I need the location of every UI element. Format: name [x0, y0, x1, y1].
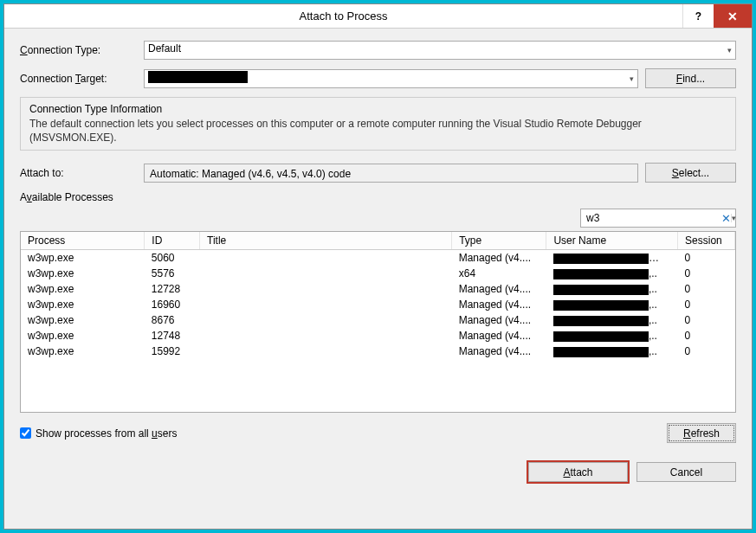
cell-session: 0: [678, 344, 735, 359]
connection-info-title: Connection Type Information: [29, 103, 727, 115]
connection-type-row: Connection Type: Default ▾: [20, 41, 736, 60]
cell-user: ,..: [546, 312, 678, 328]
connection-type-select[interactable]: Default ▾: [144, 41, 736, 60]
attach-to-value: Automatic: Managed (v4.6, v4.5, v4.0) co…: [144, 164, 638, 183]
refresh-button[interactable]: Refresh: [667, 423, 736, 443]
cell-title: [200, 281, 452, 297]
cell-type: x64: [452, 266, 546, 281]
dialog-window: Attach to Process ? ✕ Connection Type: D…: [3, 3, 753, 530]
connection-info-text: The default connection lets you select p…: [29, 117, 727, 144]
connection-target-label: Connection Target:: [20, 73, 137, 85]
cell-user: ,..: [546, 344, 678, 359]
close-button[interactable]: ✕: [714, 4, 752, 28]
cell-process: w3wp.exe: [21, 281, 145, 297]
attach-to-label: Attach to:: [20, 167, 137, 179]
cell-session: 0: [678, 250, 735, 266]
attach-button[interactable]: Attach: [528, 462, 628, 482]
cell-title: [200, 328, 452, 344]
table-row[interactable]: w3wp.exe12748Managed (v4....,..0: [21, 328, 735, 344]
cell-id: 15992: [145, 344, 200, 359]
process-table-container: Process ID Title Type User Name Session …: [20, 231, 736, 413]
col-header-id[interactable]: ID: [145, 232, 200, 250]
cell-title: [200, 266, 452, 281]
col-header-title[interactable]: Title: [200, 232, 452, 250]
col-header-session[interactable]: Session: [678, 232, 735, 250]
cell-id: 5060: [145, 250, 200, 266]
col-header-type[interactable]: Type: [452, 232, 546, 250]
attach-to-row: Attach to: Automatic: Managed (v4.6, v4.…: [20, 163, 736, 183]
bottom-row: Show processes from all users Refresh: [20, 423, 736, 443]
table-header-row: Process ID Title Type User Name Session: [21, 232, 735, 250]
process-table: Process ID Title Type User Name Session …: [21, 232, 735, 359]
clear-filter-icon[interactable]: ✕: [721, 212, 731, 225]
col-header-process[interactable]: Process: [21, 232, 145, 250]
filter-row: ✕ ▾: [20, 209, 736, 228]
cell-session: 0: [678, 312, 735, 328]
help-button[interactable]: ?: [682, 4, 714, 28]
cell-process: w3wp.exe: [21, 312, 145, 328]
cancel-button[interactable]: Cancel: [636, 462, 736, 482]
find-button[interactable]: Find...: [645, 68, 736, 88]
cell-user: …: [546, 250, 678, 266]
cell-process: w3wp.exe: [21, 344, 145, 359]
available-processes-label: Available Processes: [20, 191, 736, 203]
show-all-users-wrap[interactable]: Show processes from all users: [20, 427, 177, 440]
connection-info-box: Connection Type Information The default …: [20, 97, 736, 151]
cell-type: Managed (v4....: [452, 344, 546, 359]
table-row[interactable]: w3wp.exe8676Managed (v4....,..0: [21, 312, 735, 328]
cell-user: ,..: [546, 281, 678, 297]
connection-target-select[interactable]: ▾: [144, 69, 638, 88]
cell-user: ,..: [546, 328, 678, 344]
titlebar: Attach to Process ? ✕: [4, 4, 752, 29]
connection-target-row: Connection Target: ▾ Find...: [20, 68, 736, 88]
cell-session: 0: [678, 266, 735, 281]
cell-process: w3wp.exe: [21, 297, 145, 312]
table-row[interactable]: w3wp.exe12728Managed (v4....,..0: [21, 281, 735, 297]
chevron-down-icon: ▾: [630, 74, 634, 83]
cell-type: Managed (v4....: [452, 281, 546, 297]
cell-type: Managed (v4....: [452, 297, 546, 312]
cell-title: [200, 297, 452, 312]
cell-type: Managed (v4....: [452, 328, 546, 344]
cell-title: [200, 312, 452, 328]
cell-session: 0: [678, 281, 735, 297]
select-button[interactable]: Select...: [645, 163, 736, 183]
cell-id: 5576: [145, 266, 200, 281]
table-row[interactable]: w3wp.exe15992Managed (v4....,..0: [21, 344, 735, 359]
cell-type: Managed (v4....: [452, 250, 546, 266]
filter-box: ✕ ▾: [580, 209, 736, 228]
cell-user: ,..: [546, 297, 678, 312]
cell-process: w3wp.exe: [21, 250, 145, 266]
show-all-users-label: Show processes from all users: [36, 427, 177, 440]
cell-title: [200, 344, 452, 359]
cell-session: 0: [678, 297, 735, 312]
cell-process: w3wp.exe: [21, 328, 145, 344]
connection-type-value: Default: [148, 42, 181, 55]
table-row[interactable]: w3wp.exe5060Managed (v4....…0: [21, 250, 735, 266]
window-controls: ? ✕: [682, 4, 752, 28]
cell-session: 0: [678, 328, 735, 344]
connection-type-label: Connection Type:: [20, 44, 137, 56]
filter-input[interactable]: [581, 209, 721, 227]
col-header-user[interactable]: User Name: [546, 232, 678, 250]
dialog-content: Connection Type: Default ▾ Connection Ta…: [4, 29, 752, 529]
cell-type: Managed (v4....: [452, 312, 546, 328]
window-title: Attach to Process: [4, 10, 682, 22]
cell-id: 12728: [145, 281, 200, 297]
cell-id: 12748: [145, 328, 200, 344]
dialog-actions: Attach Cancel: [20, 462, 736, 482]
table-row[interactable]: w3wp.exe16960Managed (v4....,..0: [21, 297, 735, 312]
cell-title: [200, 250, 452, 266]
chevron-down-icon: ▾: [727, 46, 732, 55]
table-row[interactable]: w3wp.exe5576x64,..0: [21, 266, 735, 281]
cell-user: ,..: [546, 266, 678, 281]
show-all-users-checkbox[interactable]: [20, 427, 31, 439]
cell-process: w3wp.exe: [21, 266, 145, 281]
connection-target-redacted: [148, 71, 248, 83]
cell-id: 8676: [145, 312, 200, 328]
cell-id: 16960: [145, 297, 200, 312]
filter-dropdown-icon[interactable]: ▾: [731, 214, 736, 222]
